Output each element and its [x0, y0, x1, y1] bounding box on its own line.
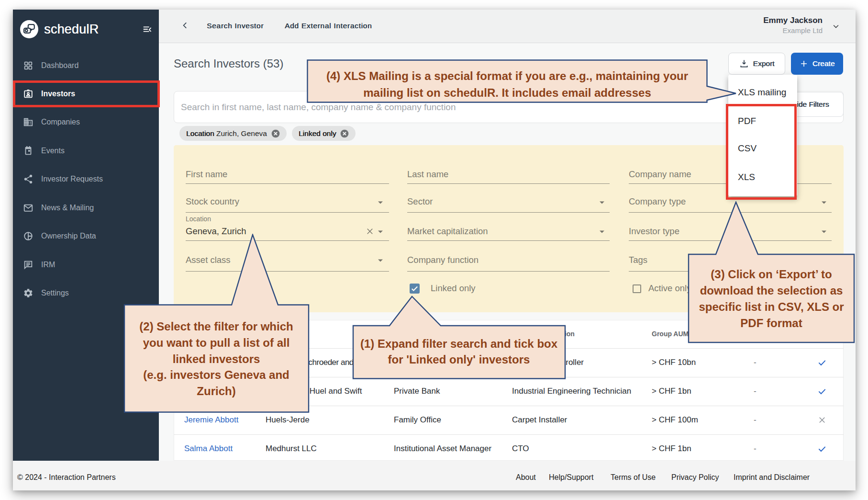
- svg-text:(3) Click on ‘Export’ to: (3) Click on ‘Export’ to: [711, 268, 832, 281]
- svg-text:specific list in CSV, XLS or: specific list in CSV, XLS or: [699, 300, 844, 313]
- svg-text:you want to pull a list of all: you want to pull a list of all: [143, 336, 290, 349]
- svg-text:for 'Linked only' investors: for 'Linked only' investors: [388, 353, 530, 366]
- svg-text:PDF format: PDF format: [740, 317, 802, 330]
- svg-text:Zurich): Zurich): [197, 385, 235, 398]
- svg-text:(1) Expand filter search and t: (1) Expand filter search and tick box: [360, 337, 558, 350]
- svg-text:(4) XLS Mailing is a special f: (4) XLS Mailing is a special format if y…: [326, 69, 688, 82]
- svg-text:mailing list on schedulR. It i: mailing list on schedulR. It includes em…: [363, 86, 651, 99]
- svg-text:(2) Select the filter for whic: (2) Select the filter for which: [139, 320, 293, 333]
- svg-text:(e.g. investors Geneva and: (e.g. investors Geneva and: [143, 368, 289, 381]
- svg-text:linked investors: linked investors: [173, 352, 260, 365]
- svg-text:download the selection as: download the selection as: [700, 284, 843, 297]
